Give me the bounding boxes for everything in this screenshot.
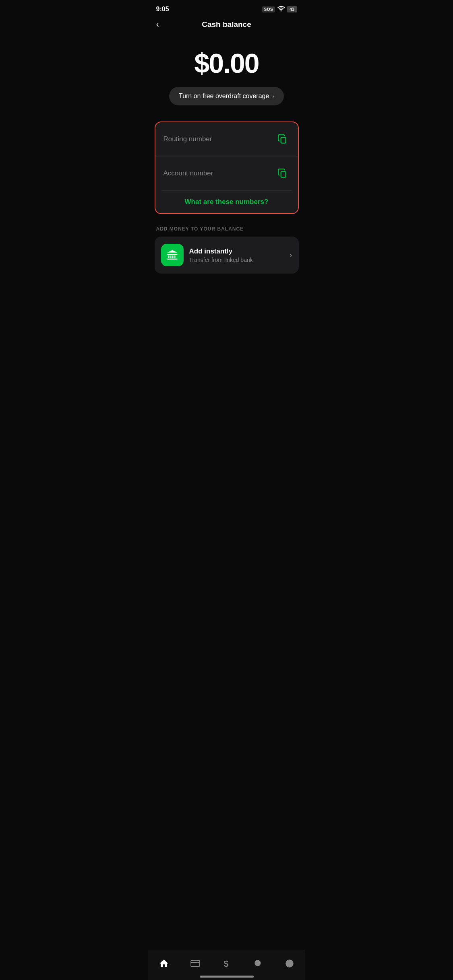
svg-rect-0 xyxy=(281,138,285,143)
balance-section: $0.00 Turn on free overdraft coverage › xyxy=(148,35,305,113)
what-numbers-link[interactable]: What are these numbers? xyxy=(185,198,269,206)
account-info-card: Routing number Account number xyxy=(155,121,299,214)
sos-indicator: SOS xyxy=(262,6,275,12)
nav-dollar-button[interactable]: $ xyxy=(215,955,238,972)
nav-history-button[interactable] xyxy=(278,955,301,972)
add-instantly-chevron-icon: › xyxy=(290,251,292,259)
account-card-body: Routing number Account number xyxy=(155,122,298,190)
svg-point-5 xyxy=(254,960,261,966)
overdraft-coverage-button[interactable]: Turn on free overdraft coverage › xyxy=(169,87,284,105)
routing-copy-button[interactable] xyxy=(275,132,290,146)
status-time: 9:05 xyxy=(156,6,169,13)
balance-amount: $0.00 xyxy=(194,47,259,79)
what-numbers-section: What are these numbers? xyxy=(162,190,292,213)
overdraft-button-label: Turn on free overdraft coverage xyxy=(179,93,269,100)
svg-text:$: $ xyxy=(223,959,228,969)
nav-card-button[interactable] xyxy=(184,955,207,972)
add-instantly-subtitle: Transfer from linked bank xyxy=(189,257,284,263)
status-right: SOS 43 xyxy=(262,6,297,13)
header: ‹ Cash balance xyxy=(148,16,305,35)
page-title: Cash balance xyxy=(202,20,251,29)
status-bar: 9:05 SOS 43 xyxy=(148,0,305,16)
nav-search-button[interactable] xyxy=(246,955,270,972)
add-instantly-text: Add instantly Transfer from linked bank xyxy=(189,247,284,263)
routing-number-row: Routing number xyxy=(155,122,298,156)
battery-indicator: 43 xyxy=(287,6,297,12)
account-number-label: Account number xyxy=(163,169,213,177)
svg-rect-1 xyxy=(281,172,285,177)
account-copy-button[interactable] xyxy=(275,166,290,181)
add-money-section-label: ADD MONEY TO YOUR BALANCE xyxy=(155,226,299,232)
home-indicator xyxy=(200,976,254,978)
bank-icon xyxy=(161,244,184,266)
add-money-section: ADD MONEY TO YOUR BALANCE Add instantly … xyxy=(155,226,299,274)
overdraft-chevron-icon: › xyxy=(272,93,274,99)
svg-rect-2 xyxy=(191,960,200,966)
nav-home-button[interactable] xyxy=(152,955,176,972)
add-instantly-card[interactable]: Add instantly Transfer from linked bank … xyxy=(155,237,299,274)
back-button[interactable]: ‹ xyxy=(156,20,159,29)
wifi-icon xyxy=(277,6,285,13)
add-instantly-title: Add instantly xyxy=(189,247,284,255)
routing-number-label: Routing number xyxy=(163,135,212,143)
account-number-row: Account number xyxy=(155,156,298,190)
svg-line-6 xyxy=(260,966,262,968)
